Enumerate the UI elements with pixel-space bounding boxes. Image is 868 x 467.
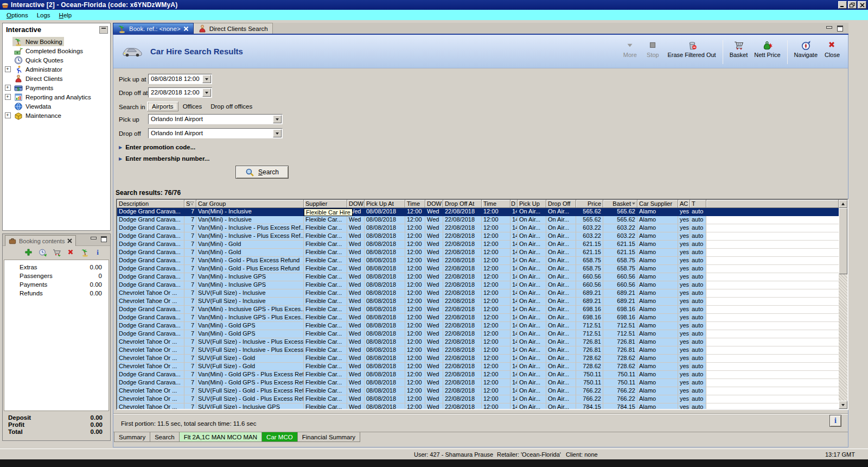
table-row[interactable]: Dodge Grand Carava...7Van(Mini) - Inclus…	[117, 232, 839, 241]
results-grid[interactable]: DescriptionSCar GroupSupplierDOWPick Up …	[117, 200, 839, 409]
tab-direct-clients-search[interactable]: Direct Clients Search	[194, 23, 273, 34]
table-row[interactable]: Chevrolet Tahoe Or ...7SUV(Full Size) - …	[117, 338, 839, 346]
table-row[interactable]: Chevrolet Tahoe Or ...7SUV(Full Size) - …	[117, 403, 839, 409]
table-row[interactable]: Dodge Grand Carava...7Van(Mini) - Inclus…	[117, 314, 839, 322]
column-header-time1[interactable]: Time	[405, 200, 425, 208]
table-row[interactable]: Dodge Grand Carava...7Van(Mini) - Gold -…	[117, 257, 839, 265]
column-header-drop_off_at[interactable]: Drop Off At	[443, 200, 482, 208]
table-row[interactable]: Chevrolet Tahoe Or ...7SUV(Full Size) - …	[117, 289, 839, 298]
booking-list-item[interactable]: Refunds0.00	[4, 290, 108, 299]
menu-item-logs[interactable]: Logs	[33, 11, 55, 20]
column-header-car_group[interactable]: Car Group	[196, 200, 304, 208]
pickup-at-dropdown-button[interactable]	[202, 75, 211, 83]
search-in-drop-off-offices[interactable]: Drop off offices	[206, 102, 257, 111]
scrollbar-track[interactable]	[839, 208, 847, 401]
search-in-airports[interactable]: Airports	[147, 102, 178, 111]
pickup-combo[interactable]: Orlando Intl Airport	[148, 114, 283, 124]
promo-code-expander[interactable]: ▶ Enter promotion code...	[119, 144, 195, 150]
expand-icon[interactable]: +	[5, 94, 11, 100]
column-header-d[interactable]: D	[510, 200, 518, 208]
dropoff-dropdown-button[interactable]	[273, 129, 282, 137]
bottom-tab-flt-2a-1c-man-mco-man[interactable]: Flt 2A,1C MAN MCO MAN	[180, 432, 262, 442]
booking-list-item[interactable]: Extras0.00	[4, 264, 108, 273]
table-row[interactable]: Dodge Grand Carava...7Van(Mini) - Inclus…	[117, 306, 839, 314]
add-icon[interactable]	[24, 248, 33, 257]
sidebar-item-administrator[interactable]: +Administrator	[3, 65, 110, 74]
membership-expander[interactable]: ▶ Enter membership number...	[119, 155, 209, 162]
close-button[interactable]: Close	[821, 39, 844, 65]
search-in-offices[interactable]: Offices	[178, 102, 207, 111]
table-row[interactable]: Dodge Grand Carava...7Van(Mini) - Inclus…	[117, 273, 839, 281]
restore-button[interactable]	[848, 1, 857, 9]
scrollbar-thumb[interactable]	[839, 208, 847, 274]
table-row[interactable]: Chevrolet Tahoe Or ...7SUV(Full Size) - …	[117, 346, 839, 355]
column-header-description[interactable]: Description	[117, 200, 184, 208]
booking-list-item[interactable]: Payments0.00	[4, 281, 108, 290]
vertical-scrollbar[interactable]	[839, 200, 847, 409]
bottom-tab-search[interactable]: Search	[150, 432, 179, 442]
column-header-drop_off[interactable]: Drop Off	[546, 200, 576, 208]
erase-filtered-out-button[interactable]: Erase Filtered Out	[664, 39, 719, 65]
table-row[interactable]: Dodge Grand Carava...7Van(Mini) - Gold -…	[117, 265, 839, 273]
tabgroup-minimize-icon[interactable]	[826, 26, 832, 31]
column-header-pick_up_at[interactable]: Pick Up At	[365, 200, 405, 208]
dropoff-at-field[interactable]: 22/08/2018 12:00	[148, 87, 212, 98]
tabgroup-maximize-icon[interactable]	[837, 26, 843, 31]
info-icon[interactable]: i	[95, 248, 104, 257]
minimize-button[interactable]	[838, 1, 847, 9]
nett-price-button[interactable]: Nett Price	[751, 39, 783, 65]
booking-contents-tab[interactable]: Booking contents	[5, 235, 76, 246]
menu-item-help[interactable]: Help	[55, 11, 76, 20]
sidebar-item-direct-clients[interactable]: Direct Clients	[3, 74, 110, 83]
pickup-dropdown-button[interactable]	[273, 115, 282, 123]
menu-item-options[interactable]: Options	[2, 11, 33, 20]
collapse-panel-button[interactable]	[99, 26, 108, 34]
table-row[interactable]: Dodge Grand Carava...7Van(Mini) - Gold G…	[117, 379, 839, 387]
table-row[interactable]: Dodge Grand Carava...7Van(Mini) - Inclus…	[117, 224, 839, 232]
close-window-button[interactable]	[858, 1, 866, 9]
dropoff-at-dropdown-button[interactable]	[202, 89, 211, 97]
palm-icon[interactable]	[81, 248, 90, 257]
panel-minimize-icon[interactable]	[90, 236, 97, 242]
table-row[interactable]: Chevrolet Tahoe Or ...7SUV(Full Size) - …	[117, 387, 839, 395]
expand-icon[interactable]: +	[5, 66, 11, 72]
table-row[interactable]: Chevrolet Tahoe Or ...7SUV(Full Size) - …	[117, 363, 839, 371]
title-bar[interactable]: Interactive [2] - Ocean-Florida (code: x…	[0, 0, 868, 10]
column-header-s[interactable]: S	[184, 200, 196, 208]
sidebar-item-maintenance[interactable]: +Maintenance	[3, 111, 110, 120]
table-row[interactable]: Dodge Grand Carava...7Van(Mini) - Gold G…	[117, 330, 839, 338]
expand-icon[interactable]: +	[5, 85, 11, 91]
table-row[interactable]: Dodge Grand Carava...7Van(Mini) - Gold G…	[117, 371, 839, 379]
close-tab-icon[interactable]	[183, 26, 189, 31]
table-row[interactable]: Chevrolet Tahoe Or ...7SUV(Full Size) - …	[117, 395, 839, 403]
column-header-dow2[interactable]: DOW	[425, 200, 443, 208]
info-button[interactable]: i	[829, 415, 841, 427]
column-header-t[interactable]: T	[690, 200, 706, 208]
table-row[interactable]: Chevrolet Tahoe Or ...7SUV(Full Size) - …	[117, 298, 839, 306]
navigate-button[interactable]: Navigate	[791, 39, 821, 65]
table-row[interactable]: Dodge Grand Carava...7Van(Mini) - GoldFl…	[117, 241, 839, 249]
table-row[interactable]: Dodge Grand Carava...7Van(Mini) - GoldFl…	[117, 249, 839, 257]
column-header-dow1[interactable]: DOW	[347, 200, 365, 208]
column-header-time2[interactable]: Time	[482, 200, 510, 208]
expand-icon[interactable]: +	[5, 112, 11, 118]
column-header-basket[interactable]: Basket	[603, 200, 637, 208]
table-row[interactable]: Dodge Grand Carava...7Van(Mini) - Inclus…	[117, 208, 839, 216]
sidebar-item-viewdata[interactable]: Viewdata	[3, 102, 110, 111]
refresh-icon[interactable]	[39, 248, 47, 257]
dropoff-combo[interactable]: Orlando Intl Airport	[148, 128, 283, 138]
bottom-tab-summary[interactable]: Summary	[114, 432, 150, 442]
sidebar-item-reporting-and-analytics[interactable]: +Reporting and Analytics	[3, 92, 110, 102]
delete-icon[interactable]	[67, 248, 75, 257]
panel-maximize-icon[interactable]	[101, 236, 107, 242]
cart-add-icon[interactable]	[53, 248, 61, 257]
column-header-pick_up[interactable]: Pick Up	[518, 200, 546, 208]
column-header-car_supplier[interactable]: Car Supplier	[637, 200, 678, 208]
sidebar-item-new-booking[interactable]: New Booking	[3, 37, 110, 46]
column-header-price[interactable]: Price	[576, 200, 603, 208]
basket-button[interactable]: Basket	[726, 39, 751, 65]
pickup-at-field[interactable]: 08/08/2018 12:00	[148, 74, 212, 84]
table-row[interactable]: Chevrolet Tahoe Or ...7SUV(Full Size) - …	[117, 355, 839, 363]
scroll-up-button[interactable]	[839, 200, 847, 208]
search-button[interactable]: Search	[235, 166, 289, 179]
